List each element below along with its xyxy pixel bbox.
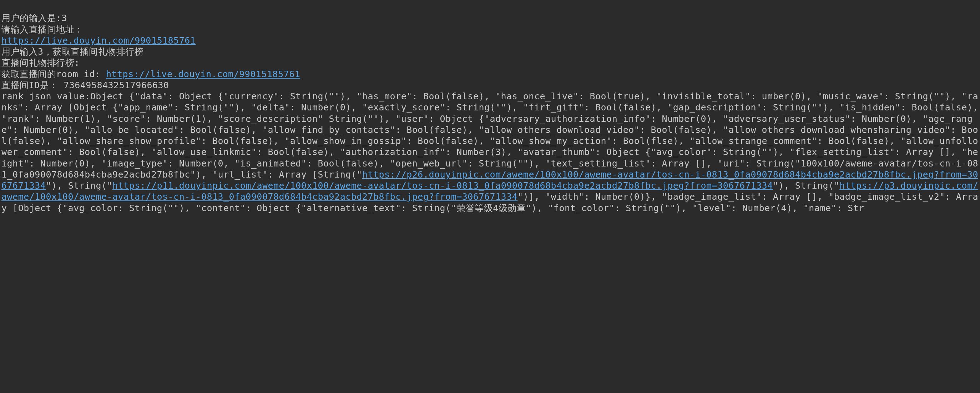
output-line: 获取直播间的room_id: (2, 69, 106, 79)
json-dump-text: "), String(" (46, 181, 112, 191)
output-line: 直播间礼物排行榜: (2, 58, 80, 68)
json-dump-text: rank json value:Object {"data": Object {… (2, 91, 980, 180)
room-id-url-link[interactable]: https://live.douyin.com/99015185761 (106, 69, 300, 79)
live-room-url-link[interactable]: https://live.douyin.com/99015185761 (2, 35, 196, 46)
terminal-output: 用户的输入是:3 请输入直播间地址： https://live.douyin.c… (0, 0, 980, 393)
output-line: 用户输入3，获取直播间礼物排行榜 (2, 46, 143, 57)
output-line: 直播间ID是： 7364958432517966630 (2, 80, 169, 90)
output-line: 用户的输入是:3 (2, 13, 67, 23)
json-dump-text: "), String(" (773, 181, 840, 191)
avatar-url-link[interactable]: https://p11.douyinpic.com/aweme/100x100/… (112, 181, 773, 191)
output-line: 请输入直播间地址： (2, 24, 84, 35)
